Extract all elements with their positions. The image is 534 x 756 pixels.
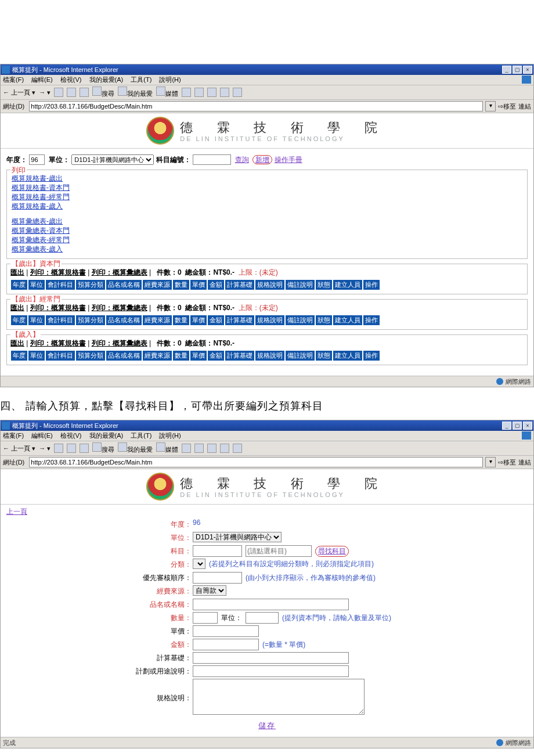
spec-textarea[interactable] xyxy=(193,679,365,715)
export-link[interactable]: 匯出 xyxy=(10,304,24,312)
add-link[interactable]: 新增 xyxy=(252,155,272,164)
close-button[interactable]: × xyxy=(523,66,532,74)
minimize-button[interactable]: _ xyxy=(502,66,511,74)
find-subj-button[interactable]: 尋找科目 xyxy=(315,546,349,557)
class-select[interactable] xyxy=(193,559,205,569)
menu-fav[interactable]: 我的最愛(A) xyxy=(89,432,124,439)
unit-select[interactable]: D1D1-計算機與網路中心 xyxy=(193,532,282,542)
print-summary-link[interactable]: 列印：概算彙總表 xyxy=(92,304,147,312)
print-spec-link[interactable]: 列印：概算規格書 xyxy=(30,268,86,276)
addr-input[interactable] xyxy=(29,457,483,467)
table-header-cell: 建立人員 xyxy=(333,279,363,290)
go-button[interactable]: ⇨移至 xyxy=(498,102,516,111)
refresh-icon[interactable] xyxy=(67,88,76,97)
addr-dropdown[interactable]: ▾ xyxy=(485,101,496,111)
qty-input[interactable] xyxy=(193,612,218,624)
print-link[interactable]: 概算彙總表-歲入 xyxy=(12,244,522,254)
menu-view[interactable]: 檢視(V) xyxy=(60,76,82,83)
export-link[interactable]: 匯出 xyxy=(10,339,24,347)
menu-help[interactable]: 說明(H) xyxy=(159,432,181,439)
links-button[interactable]: 連結 xyxy=(518,458,531,467)
edit-icon[interactable] xyxy=(220,88,229,97)
fund-select[interactable]: 自籌款 xyxy=(193,585,226,596)
print-spec-link[interactable]: 列印：概算規格書 xyxy=(30,304,86,312)
print-link[interactable]: 概算彙總表-資本門 xyxy=(12,226,522,235)
price-input[interactable] xyxy=(193,625,259,637)
menu-tools[interactable]: 工具(T) xyxy=(131,432,151,439)
home-icon[interactable] xyxy=(80,444,89,453)
search-button[interactable]: 搜尋 xyxy=(92,87,114,98)
menu-edit[interactable]: 編輯(E) xyxy=(31,432,53,439)
plan-input[interactable] xyxy=(193,665,349,677)
print-icon[interactable] xyxy=(207,88,217,97)
print-spec-link[interactable]: 列印：概算規格書 xyxy=(30,339,86,347)
basis-input[interactable] xyxy=(193,652,349,664)
addr-dropdown[interactable]: ▾ xyxy=(485,457,496,467)
history-icon[interactable] xyxy=(182,88,191,97)
edit-icon[interactable] xyxy=(220,444,229,453)
prev-link[interactable]: 上一頁 xyxy=(6,507,27,516)
discuss-icon[interactable] xyxy=(233,444,242,453)
print-link[interactable]: 概算規格書-資本門 xyxy=(12,183,522,192)
table-header-cell: 規格說明 xyxy=(255,279,285,290)
manual-link[interactable]: 操作手冊 xyxy=(275,156,302,164)
addr-label: 網址(D) xyxy=(3,458,24,467)
refresh-icon[interactable] xyxy=(67,444,76,453)
discuss-icon[interactable] xyxy=(233,88,242,97)
mail-icon[interactable] xyxy=(194,444,204,453)
stop-icon[interactable] xyxy=(54,88,63,97)
close-button[interactable]: × xyxy=(523,422,532,430)
addr-input[interactable] xyxy=(29,101,483,111)
print-link[interactable]: 概算規格書-歲入 xyxy=(12,201,522,211)
amount-input[interactable] xyxy=(193,639,259,650)
back-button[interactable]: ← 上一頁 ▾ xyxy=(3,444,35,453)
print-link[interactable]: 概算彙總表-歲出 xyxy=(12,217,522,226)
go-button[interactable]: ⇨移至 xyxy=(498,458,516,467)
media-button[interactable]: 媒體 xyxy=(156,87,178,98)
print-icon[interactable] xyxy=(207,444,217,453)
menu-fav[interactable]: 我的最愛(A) xyxy=(89,76,124,83)
priority-input[interactable] xyxy=(193,572,242,584)
search-button[interactable]: 搜尋 xyxy=(92,442,114,454)
year-input[interactable] xyxy=(29,154,45,165)
menu-tools[interactable]: 工具(T) xyxy=(131,76,151,83)
print-link[interactable]: 概算彙總表-經常門 xyxy=(12,235,522,244)
banner-en: DE LIN INSTITUTE OF TECHNOLOGY xyxy=(180,135,345,142)
maximize-button[interactable]: ▢ xyxy=(513,422,522,430)
export-link[interactable]: 匯出 xyxy=(10,268,24,276)
spec-label: 規格說明： xyxy=(81,679,193,717)
history-icon[interactable] xyxy=(182,444,191,453)
menu-edit[interactable]: 編輯(E) xyxy=(31,76,53,83)
forward-button[interactable]: → ▾ xyxy=(39,89,50,96)
ie-flag-icon xyxy=(522,431,531,440)
forward-button[interactable]: → ▾ xyxy=(39,445,50,452)
class-hint: (若提列之科目有設定明細分類時，則必須指定此項目) xyxy=(209,559,374,569)
unit-select[interactable]: D1D1-計算機與網路中心 xyxy=(71,154,154,165)
home-icon[interactable] xyxy=(80,88,89,97)
menu-file[interactable]: 檔案(F) xyxy=(3,432,24,439)
subj-input[interactable] xyxy=(193,545,242,557)
mail-icon[interactable] xyxy=(194,88,204,97)
links-button[interactable]: 連結 xyxy=(518,102,531,111)
maximize-button[interactable]: ▢ xyxy=(513,66,522,74)
menu-file[interactable]: 檔案(F) xyxy=(3,76,24,83)
minimize-button[interactable]: _ xyxy=(502,422,511,430)
fav-button[interactable]: 我的最愛 xyxy=(118,442,153,454)
print-link[interactable]: 概算規格書-歲出 xyxy=(12,174,522,183)
name-input[interactable] xyxy=(193,599,349,610)
fav-button[interactable]: 我的最愛 xyxy=(118,87,153,98)
menu-view[interactable]: 檢視(V) xyxy=(60,432,82,439)
print-summary-link[interactable]: 列印：概算彙總表 xyxy=(92,268,147,276)
stop-icon[interactable] xyxy=(54,444,63,453)
media-button[interactable]: 媒體 xyxy=(156,442,178,454)
back-button[interactable]: ← 上一頁 ▾ xyxy=(3,88,35,97)
save-link[interactable]: 儲存 xyxy=(258,721,276,730)
menu-help[interactable]: 說明(H) xyxy=(159,76,181,83)
section-head: 匯出 | 列印：概算規格書 | 列印：概算彙總表 | 件數：0 總金額：NT$0… xyxy=(10,339,524,348)
query-link[interactable]: 查詢 xyxy=(235,156,249,164)
print-summary-link[interactable]: 列印：概算彙總表 xyxy=(92,339,147,347)
subj-input[interactable] xyxy=(193,154,231,165)
subj-name-input[interactable] xyxy=(246,545,312,557)
qty-unit-input[interactable] xyxy=(246,612,279,624)
print-link[interactable]: 概算規格書-經常門 xyxy=(12,192,522,201)
